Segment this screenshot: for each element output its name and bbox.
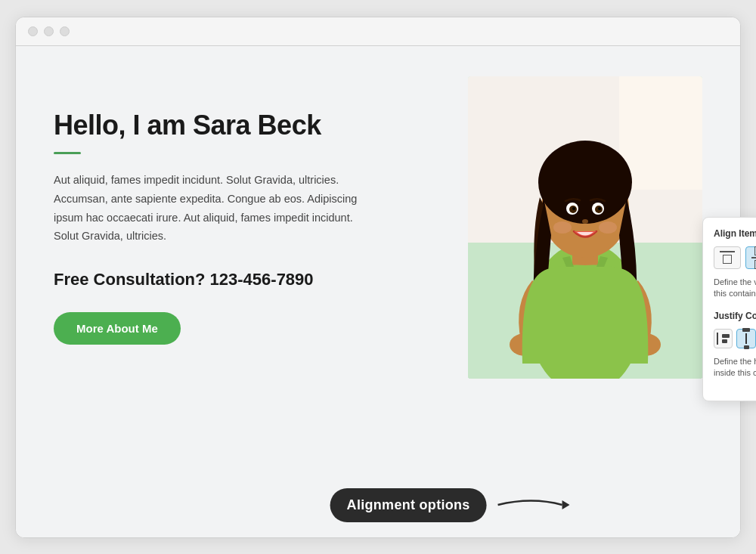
annotation-wrap: Alignment options (330, 488, 570, 522)
justify-label: Justify Content (714, 311, 756, 321)
hero-title: Hello, I am Sara Beck (54, 110, 423, 141)
justify-description: Define the horizontal alignment inside t… (714, 356, 756, 379)
annotation-bubble: Alignment options (330, 488, 487, 522)
hero-image (468, 76, 702, 379)
traffic-light-close[interactable] (28, 26, 38, 36)
align-buttons-row (714, 246, 756, 269)
align-description: Define the vertical alignment inside thi… (714, 277, 756, 300)
browser-window: Hello, I am Sara Beck Aut aliquid, fames… (15, 17, 741, 538)
justify-center-icon (742, 328, 750, 349)
browser-content: Hello, I am Sara Beck Aut aliquid, fames… (16, 46, 740, 537)
svg-marker-25 (562, 500, 570, 509)
annotation-arrow-svg (494, 493, 570, 517)
hero-person-svg (468, 76, 702, 379)
align-top-icon (720, 251, 735, 264)
hero-section: Hello, I am Sara Beck Aut aliquid, fames… (54, 76, 702, 379)
svg-point-13 (598, 207, 601, 210)
align-items-title: Align Items (714, 228, 756, 239)
justify-flex-start-icon (717, 333, 730, 345)
align-top-button[interactable] (714, 246, 741, 269)
svg-point-15 (553, 221, 572, 234)
hero-phone: Free Consultation? 123-456-7890 (54, 270, 423, 289)
svg-rect-3 (619, 76, 702, 190)
align-items-label: Align Items (714, 228, 756, 239)
align-middle-icon (751, 246, 756, 269)
align-panel: Align Items (702, 217, 756, 401)
justify-title: Justify Content (714, 311, 756, 321)
justify-flex-start-button[interactable] (714, 329, 733, 348)
svg-point-7 (538, 141, 632, 224)
svg-point-16 (599, 221, 617, 234)
justify-center-button[interactable] (736, 329, 755, 348)
traffic-light-maximize[interactable] (60, 26, 70, 36)
align-middle-button[interactable] (745, 246, 756, 269)
hero-right: Align Items (468, 76, 702, 379)
hero-body: Aut aliquid, fames impedit incidunt. Sol… (54, 171, 371, 246)
traffic-light-minimize[interactable] (44, 26, 54, 36)
justify-buttons-row (714, 329, 756, 348)
browser-titlebar (16, 17, 740, 46)
cta-button[interactable]: More About Me (54, 312, 181, 345)
svg-point-12 (572, 207, 575, 210)
hero-left: Hello, I am Sara Beck Aut aliquid, fames… (54, 110, 438, 345)
svg-point-14 (582, 219, 588, 224)
hero-divider (54, 152, 81, 154)
